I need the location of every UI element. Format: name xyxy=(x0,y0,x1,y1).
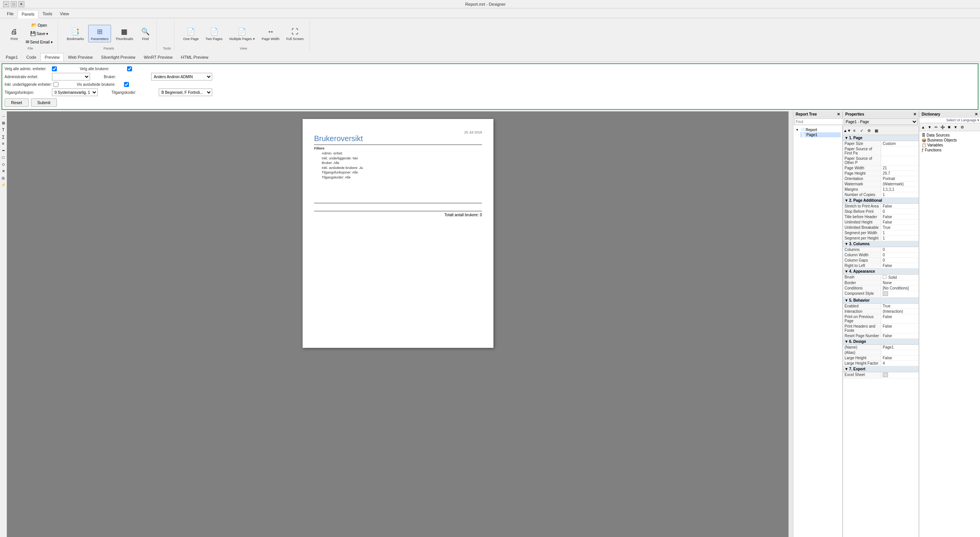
tab-web-preview[interactable]: Web Preview xyxy=(64,53,97,61)
props-table-btn[interactable]: ▦ xyxy=(873,127,880,134)
props-section-page-header[interactable]: ▼ 1. Page xyxy=(843,135,919,141)
tree-content: ▼ 📄 Report 📄 Page1 xyxy=(793,126,842,537)
props-section-appearance-header[interactable]: ▼ 4. Appearance xyxy=(843,268,919,275)
dict-item-business-objects[interactable]: 📦 Business Objects xyxy=(921,138,978,143)
tab-page1[interactable]: Page1 xyxy=(2,53,22,61)
props-sort-cat-btn[interactable]: ≡ xyxy=(851,127,858,134)
reset-button[interactable]: Reset xyxy=(5,98,29,107)
ribbon-tab-view[interactable]: View xyxy=(56,10,73,18)
ribbon-tab-panels[interactable]: Panels xyxy=(18,10,39,18)
tilgangskoder-select[interactable]: B Begrenset, F Fortroli... xyxy=(159,88,212,96)
close-btn[interactable]: ✕ xyxy=(18,1,24,7)
filter-item-0: Admin. enhet: xyxy=(322,151,482,156)
one-page-label: One Page xyxy=(183,37,199,41)
preview-scrollbar-v[interactable] xyxy=(788,111,793,537)
tree-search-input[interactable] xyxy=(794,118,846,125)
tab-silverlight-preview[interactable]: Silverlight Preview xyxy=(97,53,140,61)
two-pages-button[interactable]: 📄 Two Pages xyxy=(203,25,226,42)
thumbnails-label: Thumbnails xyxy=(115,37,133,41)
properties-close[interactable]: ✕ xyxy=(913,112,916,116)
bruker-select[interactable]: Anders Andmin ADMIN xyxy=(151,73,212,80)
props-check-btn[interactable]: ✓ xyxy=(858,127,865,134)
params-row-4: Tilgangsfunksjon: 0 Systemansvarlig, 1 A… xyxy=(5,88,975,96)
ribbon-tab-file[interactable]: File xyxy=(3,10,18,18)
parameters-label: Parameters xyxy=(91,37,109,41)
section-export-label: 7. Export xyxy=(849,367,866,371)
velg-alle-brukere-label: Velg alle brukere: xyxy=(80,67,126,71)
multiple-pages-button[interactable]: 📄 Multiple Pages ▾ xyxy=(227,25,258,42)
send-email-button[interactable]: ✉ Send Email ▾ xyxy=(24,38,55,46)
toolbar-btn-9[interactable]: ✕ xyxy=(0,168,6,174)
file-group-label: File xyxy=(27,47,33,51)
tab-code[interactable]: Code xyxy=(22,53,40,61)
main-area: → ⊞ T ∑ ≡ ━ □ ◇ ✕ ◎ ⚡ 25 Jul 2018 Bruker… xyxy=(0,111,980,537)
section-export-expand: ▼ xyxy=(845,367,848,371)
inkl-underliggende-checkbox[interactable] xyxy=(53,82,58,87)
props-section-additional-header[interactable]: ▼ 2. Page Additional xyxy=(843,198,919,204)
ribbon-tab-tools[interactable]: Tools xyxy=(39,10,56,18)
toolbar-btn-2[interactable]: ⊞ xyxy=(0,120,6,126)
params-row-1: Velg alle admin. enheter: Velg alle bruk… xyxy=(5,66,975,71)
toolbar-btn-5[interactable]: ≡ xyxy=(0,140,6,146)
dictionary-header: Dictionary ✕ xyxy=(919,111,980,117)
toolbar-btn-10[interactable]: ◎ xyxy=(0,175,6,181)
save-button[interactable]: 💾 Save ▾ xyxy=(24,30,55,37)
toolbar-btn-3[interactable]: T xyxy=(0,127,6,133)
print-icon: 🖨 xyxy=(9,26,19,37)
maximize-btn[interactable]: □ xyxy=(11,1,17,7)
props-row-paper-source-first: Paper Source of First Pa xyxy=(843,146,919,156)
page-width-button[interactable]: ↔ Page Width xyxy=(259,25,282,42)
props-sort-alpha-btn[interactable]: ▲▼ xyxy=(844,127,851,134)
dict-btn-add[interactable]: ➕ xyxy=(940,124,946,130)
props-section-design-header[interactable]: ▼ 6. Design xyxy=(843,339,919,345)
properties-page-select[interactable]: Page1 - Page xyxy=(844,118,918,125)
dict-item-variables[interactable]: 📋 Variables xyxy=(921,143,978,148)
tree-item-page1[interactable]: 📄 Page1 xyxy=(800,132,841,137)
vis-avsluttede-checkbox[interactable] xyxy=(124,82,129,87)
props-gear-btn[interactable]: ⚙ xyxy=(866,127,872,134)
dict-btn-1[interactable]: ▲ xyxy=(920,124,926,130)
select-ui-language-button[interactable]: Select UI Language ▾ xyxy=(946,118,979,122)
full-screen-button[interactable]: ⛶ Full Screen xyxy=(284,25,306,42)
props-section-export-header[interactable]: ▼ 7. Export xyxy=(843,366,919,372)
filter-item-4: Tilgangsfunksjoner: Alle xyxy=(322,170,482,175)
dict-item-data-sources[interactable]: 🗄 Data Sources xyxy=(921,133,978,138)
panels-group-label: Panels xyxy=(103,47,114,51)
admin-enhet-select[interactable] xyxy=(52,73,90,80)
tab-winrt-preview[interactable]: WinRT Preview xyxy=(140,53,177,61)
one-page-button[interactable]: 📄 One Page xyxy=(181,25,201,42)
dict-btn-edit[interactable]: ✏ xyxy=(933,124,939,130)
velg-alle-admin-checkbox[interactable] xyxy=(52,66,57,71)
open-button[interactable]: 📂 Open xyxy=(24,21,55,29)
section-columns-expand: ▼ xyxy=(845,242,848,246)
params-buttons: Reset Submit xyxy=(5,98,975,107)
find-button[interactable]: 🔍 Find xyxy=(137,25,153,42)
minimize-btn[interactable]: ─ xyxy=(3,1,9,7)
report-tree-close[interactable]: ✕ xyxy=(837,112,840,116)
submit-button[interactable]: Submit xyxy=(31,98,57,107)
thumbnails-button[interactable]: ▦ Thumbnails xyxy=(113,25,136,42)
tree-item-report[interactable]: ▼ 📄 Report xyxy=(795,127,841,132)
toolbar-btn-11[interactable]: ⚡ xyxy=(0,182,6,188)
dict-item-functions[interactable]: ƒ Functions xyxy=(921,148,978,153)
toolbar-btn-4[interactable]: ∑ xyxy=(0,133,6,140)
props-section-columns-header[interactable]: ▼ 3. Columns xyxy=(843,241,919,247)
props-section-behavior-header[interactable]: ▼ 5. Behavior xyxy=(843,297,919,304)
dictionary-close[interactable]: ✕ xyxy=(975,112,978,116)
print-button[interactable]: 🖨 Print xyxy=(6,25,22,42)
tilgangsfunksjon-select[interactable]: 0 Systemansvarlig, 1 Ar... xyxy=(52,88,98,96)
tab-preview[interactable]: Preview xyxy=(40,53,64,61)
toolbar-btn-1[interactable]: → xyxy=(0,113,6,119)
dict-btn-dropdown[interactable]: ▼ xyxy=(953,124,959,130)
toolbar-btn-7[interactable]: □ xyxy=(0,154,6,160)
dict-btn-2[interactable]: ▼ xyxy=(927,124,933,130)
tab-html-preview[interactable]: HTML Preview xyxy=(177,53,213,61)
toolbar-btn-6[interactable]: ━ xyxy=(0,147,6,153)
toolbar-btn-8[interactable]: ◇ xyxy=(0,161,6,167)
bookmarks-button[interactable]: 📑 Bookmarks xyxy=(64,25,87,42)
parameters-button[interactable]: ⊞ Parameters xyxy=(88,25,111,42)
dict-toolbar: ▲ ▼ ✏ ➕ ✖ ▼ ⚙ xyxy=(919,123,980,131)
dict-btn-gear[interactable]: ⚙ xyxy=(959,124,965,130)
dict-btn-remove[interactable]: ✖ xyxy=(946,124,952,130)
velg-alle-brukere-checkbox[interactable] xyxy=(127,66,132,71)
